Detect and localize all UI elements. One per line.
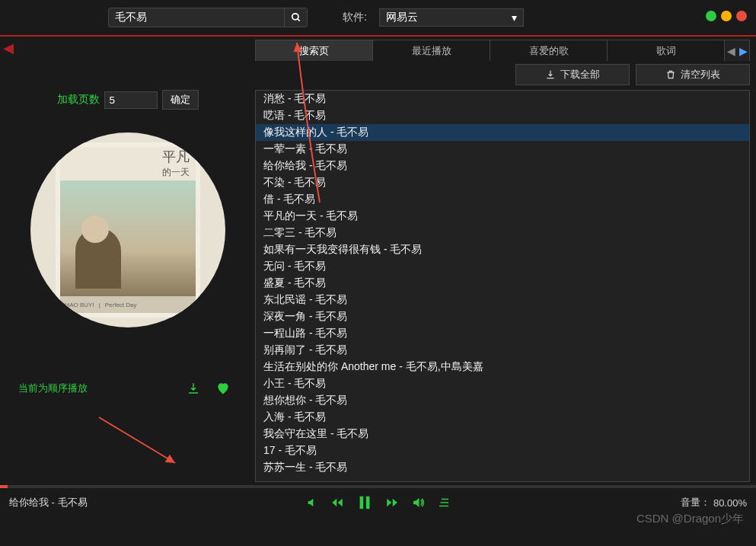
page-input[interactable]: [104, 91, 158, 109]
window-controls: [706, 11, 747, 21]
speaker-icon: [411, 496, 425, 509]
maximize-button[interactable]: [721, 11, 732, 21]
playback-controls: [306, 494, 451, 511]
svg-rect-2: [189, 392, 198, 394]
search-button[interactable]: [284, 8, 307, 27]
song-item[interactable]: 入海 - 毛不易: [256, 409, 749, 426]
song-item[interactable]: 呓语 - 毛不易: [256, 107, 749, 124]
tab-next[interactable]: ▶: [737, 40, 749, 61]
song-list[interactable]: 消愁 - 毛不易呓语 - 毛不易像我这样的人 - 毛不易一荤一素 - 毛不易给你…: [255, 90, 750, 482]
song-item[interactable]: 17 - 毛不易: [256, 442, 749, 459]
close-button[interactable]: [736, 11, 747, 21]
tab-favorites[interactable]: 喜爱的歌: [490, 40, 608, 61]
album-title: 平凡 的一天: [162, 150, 190, 177]
song-item[interactable]: 二零三 - 毛不易: [256, 225, 749, 241]
tab-recent[interactable]: 最近播放: [373, 40, 490, 61]
play-mode-status: 当前为顺序播放: [18, 382, 171, 395]
mute-button[interactable]: [306, 497, 318, 509]
song-item[interactable]: 盛夏 - 毛不易: [256, 275, 749, 292]
album-cover: 平凡 的一天 MAO BUYI | Perfect Day: [56, 142, 200, 318]
pause-icon: [356, 494, 373, 511]
song-item[interactable]: 想你想你 - 毛不易: [256, 392, 749, 409]
prev-button[interactable]: [330, 496, 344, 509]
svg-rect-3: [547, 78, 553, 78]
song-item[interactable]: 小王 - 毛不易: [256, 375, 749, 392]
song-item[interactable]: 苏苏一生 - 毛不易: [256, 459, 749, 476]
playlist-button[interactable]: [437, 496, 451, 509]
volume-display: 音量： 80.00%: [681, 496, 747, 509]
song-item[interactable]: 东北民谣 - 毛不易: [256, 292, 749, 308]
action-bar: 下载全部 清空列表: [255, 61, 750, 90]
play-pause-button[interactable]: [356, 494, 373, 511]
prev-icon: [330, 496, 344, 509]
search-input[interactable]: [109, 11, 284, 24]
list-icon: [437, 496, 451, 509]
album-art: 平凡 的一天 MAO BUYI | Perfect Day: [30, 133, 225, 327]
source-label: 软件:: [343, 11, 367, 24]
favorite-button[interactable]: [215, 381, 231, 396]
song-item[interactable]: 我会守在这里 - 毛不易: [256, 426, 749, 442]
tab-lyrics[interactable]: 歌词: [608, 40, 725, 61]
source-select[interactable]: 网易云 ▾: [379, 8, 524, 27]
song-item[interactable]: 深夜一角 - 毛不易: [256, 308, 749, 325]
page-control: 加载页数 确定: [57, 90, 199, 110]
svg-rect-5: [365, 497, 369, 509]
header: 软件: 网易云 ▾: [0, 0, 756, 37]
svg-line-1: [297, 19, 299, 21]
confirm-button[interactable]: 确定: [162, 90, 199, 110]
minimize-button[interactable]: [706, 11, 716, 21]
song-item[interactable]: 一程山路 - 毛不易: [256, 325, 749, 342]
song-item[interactable]: 一荤一素 - 毛不易: [256, 141, 749, 158]
status-row: 当前为顺序播放: [9, 381, 246, 396]
left-panel: ▶ 加载页数 确定 平凡 的一天 MAO BUYI: [0, 37, 255, 485]
download-icon: [545, 69, 556, 80]
tab-search[interactable]: 搜索页: [256, 40, 373, 61]
download-button[interactable]: [187, 382, 200, 395]
page-label: 加载页数: [57, 93, 100, 107]
svg-point-0: [292, 14, 298, 20]
annotation-arrow-1: [91, 410, 190, 478]
song-item[interactable]: 平凡的一天 - 毛不易: [256, 208, 749, 225]
album-artist-en: MAO BUYI: [65, 302, 94, 308]
song-item[interactable]: 如果有一天我变得很有钱 - 毛不易: [256, 241, 749, 258]
search-icon: [291, 12, 301, 23]
footer: 给你给我 - 毛不易 音量： 80.00%: [0, 488, 756, 517]
download-all-button[interactable]: 下载全部: [515, 64, 630, 85]
heart-icon: [215, 381, 231, 396]
album-sub: Perfect Day: [105, 302, 137, 308]
next-icon: [385, 496, 399, 509]
svg-rect-4: [359, 497, 363, 509]
main: ▶ 加载页数 确定 平凡 的一天 MAO BUYI: [0, 37, 756, 485]
download-icon: [187, 382, 200, 395]
right-panel: 搜索页 最近播放 喜爱的歌 歌词 ◀ ▶ 下载全部 清空列表 消愁 - 毛不易呓…: [255, 37, 756, 485]
tabs: 搜索页 最近播放 喜爱的歌 歌词 ◀ ▶: [255, 40, 750, 61]
search-box: [108, 8, 308, 27]
collapse-icon[interactable]: ▶: [3, 40, 14, 56]
tab-prev[interactable]: ◀: [725, 40, 737, 61]
song-item[interactable]: 像我这样的人 - 毛不易: [256, 124, 749, 141]
song-item[interactable]: 别再闹了 - 毛不易: [256, 342, 749, 359]
song-item[interactable]: 借 - 毛不易: [256, 191, 749, 208]
now-playing: 给你给我 - 毛不易: [9, 496, 88, 509]
trash-icon: [665, 69, 676, 80]
song-item[interactable]: 消愁 - 毛不易: [256, 91, 749, 107]
source-value: 网易云: [386, 11, 418, 24]
volume-label: 音量：: [681, 496, 710, 509]
volume-button[interactable]: [411, 496, 425, 509]
song-item[interactable]: 不染 - 毛不易: [256, 174, 749, 191]
volume-icon: [306, 497, 318, 509]
next-button[interactable]: [385, 496, 399, 509]
song-item[interactable]: 无问 - 毛不易: [256, 258, 749, 275]
volume-value: 80.00%: [713, 497, 747, 509]
clear-list-button[interactable]: 清空列表: [636, 64, 750, 85]
song-item[interactable]: 生活在别处的你 Another me - 毛不易,中島美嘉: [256, 359, 749, 375]
chevron-down-icon: ▾: [512, 11, 517, 24]
song-item[interactable]: 给你给我 - 毛不易: [256, 158, 749, 174]
